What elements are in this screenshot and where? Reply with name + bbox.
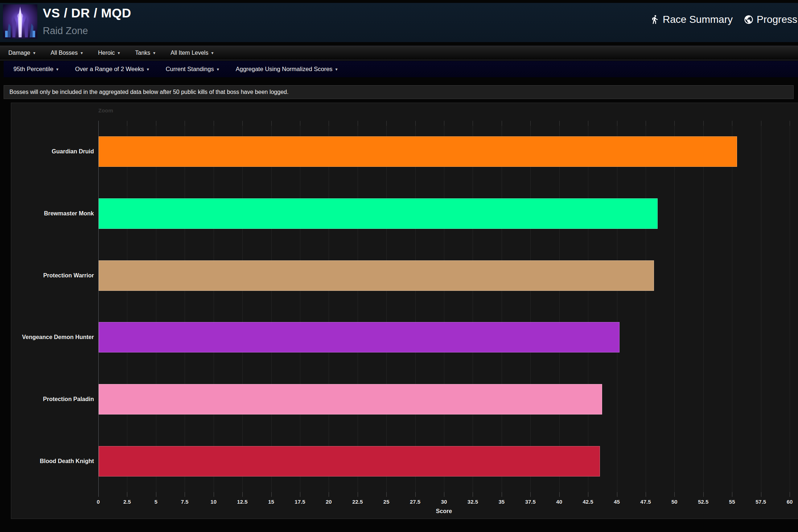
bar-brewmaster-monk[interactable] <box>99 198 658 229</box>
axis-tick-top <box>530 121 531 126</box>
axis-tick <box>761 492 761 497</box>
axis-tick-label: 15 <box>268 499 274 505</box>
axis-tick <box>444 492 444 497</box>
chevron-down-icon: ▾ <box>153 50 155 55</box>
axis-tick-top <box>732 121 732 126</box>
bar-category-label: Protection Warrior <box>11 260 94 291</box>
axis-tick-label: 5 <box>155 499 157 505</box>
axis-tick <box>588 492 588 497</box>
gridline <box>732 121 732 492</box>
axis-tick-label: 47.5 <box>640 499 651 505</box>
gridline <box>790 121 790 492</box>
dropdown-label: Aggregate Using Normalized Scores <box>236 66 333 73</box>
gridline <box>502 121 502 492</box>
gridline <box>559 121 560 492</box>
notice-text: Bosses will only be included in the aggr… <box>9 89 288 95</box>
axis-tick-label: 12.5 <box>237 499 247 505</box>
axis-tick-top <box>674 121 675 126</box>
chevron-down-icon: ▾ <box>81 50 83 55</box>
nav-progress[interactable]: Progress <box>744 14 797 25</box>
dropdown-label: All Bosses <box>51 50 78 56</box>
gridline <box>214 121 214 492</box>
axis-tick-top <box>242 121 243 126</box>
gridline <box>386 121 387 492</box>
axis-tick-top <box>386 121 387 126</box>
axis-tick <box>473 492 473 497</box>
axis-tick-top <box>127 121 127 126</box>
chart-panel: Zoom 02.557.51012.51517.52022.52527.5303… <box>11 103 798 519</box>
axis-tick-label: 32.5 <box>468 499 478 505</box>
axis-tick <box>329 492 329 497</box>
dropdown-heroic[interactable]: Heroic▾ <box>90 46 127 60</box>
axis-tick-label: 35 <box>498 499 505 505</box>
page-title: VS / DR / MQD <box>43 6 131 20</box>
dropdown-all-item-levels[interactable]: All Item Levels▾ <box>163 46 221 60</box>
bar-protection-warrior[interactable] <box>99 260 654 291</box>
gridline <box>329 121 329 492</box>
bar-blood-death-knight[interactable] <box>99 446 600 477</box>
dropdown-all-bosses[interactable]: All Bosses▾ <box>43 46 91 60</box>
axis-tick-label: 45 <box>614 499 620 505</box>
axis-tick-label: 7.5 <box>181 499 189 505</box>
axis-tick <box>674 492 675 497</box>
dropdown-over-a-range-of-2-weeks[interactable]: Over a Range of 2 Weeks▾ <box>67 61 157 77</box>
axis-tick-label: 40 <box>556 499 562 505</box>
bar-guardian-druid[interactable] <box>99 136 737 167</box>
axis-tick-top <box>444 121 444 126</box>
dropdown-damage[interactable]: Damage▾ <box>1 46 43 60</box>
dropdown-label: Heroic <box>98 50 115 56</box>
raid-zone-logo[interactable] <box>3 4 37 39</box>
page: VS / DR / MQD Raid Zone Race Summary Pro… <box>0 0 798 532</box>
axis-tick-label: 50 <box>671 499 678 505</box>
gridline <box>156 121 156 492</box>
axis-tick-label: 10 <box>210 499 217 505</box>
runner-icon <box>650 15 660 25</box>
axis-tick-top <box>646 121 646 126</box>
axis-tick <box>559 492 560 497</box>
axis-tick-label: 55 <box>729 499 735 505</box>
axis-tick <box>617 492 617 497</box>
dropdown-label: Over a Range of 2 Weeks <box>75 66 144 73</box>
axis-tick <box>530 492 531 497</box>
bar-vengeance-demon-hunter[interactable] <box>99 322 620 352</box>
dropdown-95th-percentile[interactable]: 95th Percentile▾ <box>5 61 67 77</box>
axis-tick-top <box>271 121 272 126</box>
gridline <box>588 121 588 492</box>
gridline <box>415 121 416 492</box>
axis-tick <box>300 492 300 497</box>
dropdown-current-standings[interactable]: Current Standings▾ <box>157 61 227 77</box>
axis-tick-top <box>300 121 300 126</box>
dropdown-aggregate-using-normalized-scores[interactable]: Aggregate Using Normalized Scores▾ <box>227 61 346 77</box>
x-axis-title: Score <box>436 508 452 515</box>
axis-tick-label: 2.5 <box>123 499 131 505</box>
axis-tick <box>185 492 185 497</box>
chevron-down-icon: ▾ <box>33 50 35 55</box>
dropdown-label: 95th Percentile <box>13 66 53 73</box>
dropdown-tanks[interactable]: Tanks▾ <box>128 46 163 60</box>
bar-category-label: Vengeance Demon Hunter <box>11 322 94 352</box>
axis-tick <box>703 492 704 497</box>
axis-tick-top <box>790 121 790 126</box>
page-subtitle: Raid Zone <box>43 25 88 37</box>
chevron-down-icon: ▾ <box>336 67 338 72</box>
dropdown-label: Tanks <box>135 50 151 56</box>
axis-tick <box>415 492 416 497</box>
axis-tick <box>271 492 272 497</box>
gridline <box>473 121 473 492</box>
axis-tick-label: 60 <box>787 499 793 505</box>
gridline <box>300 121 300 492</box>
axis-tick <box>790 492 790 497</box>
gridline <box>703 121 704 492</box>
axis-tick-top <box>214 121 214 126</box>
axis-tick-label: 37.5 <box>525 499 536 505</box>
gridline <box>761 121 761 492</box>
axis-tick-top <box>617 121 617 126</box>
gridline <box>530 121 531 492</box>
bar-category-label: Blood Death Knight <box>11 446 94 477</box>
nav-race-summary[interactable]: Race Summary <box>650 14 733 25</box>
y-axis-line <box>98 121 99 497</box>
bar-protection-paladin[interactable] <box>99 384 602 415</box>
axis-tick-top <box>761 121 761 126</box>
axis-tick-label: 57.5 <box>756 499 766 505</box>
gridline <box>358 121 358 492</box>
